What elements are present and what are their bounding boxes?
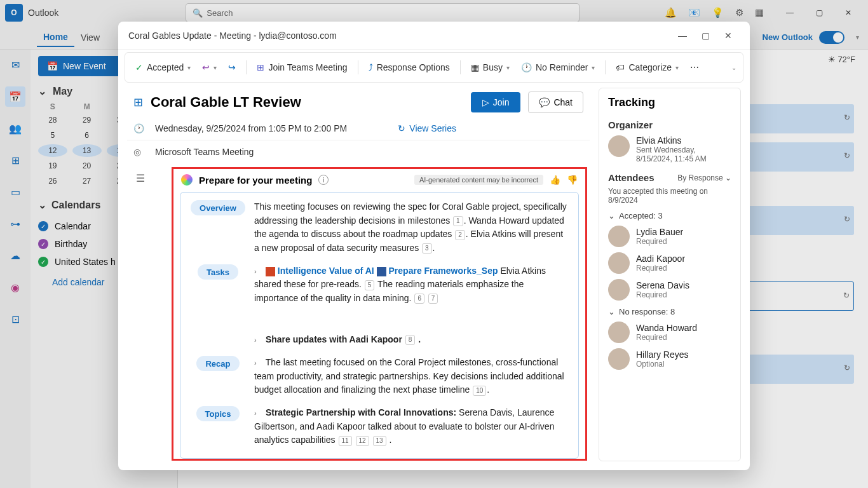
accepted-group[interactable]: ⌄ Accepted: 3	[608, 211, 731, 220]
new-outlook-toggle[interactable]	[819, 31, 844, 44]
chevron-down-icon[interactable]: ⌄	[38, 85, 46, 97]
word-icon	[377, 267, 386, 276]
maximize-button[interactable]: ▢	[804, 3, 834, 23]
chat-button[interactable]: 💬Chat	[528, 92, 583, 113]
attendee-row[interactable]: Wanda HowardRequired	[608, 322, 731, 343]
dialog-maximize[interactable]: ▢	[694, 30, 717, 41]
rail-bar: ✉ 📅 👥 ⊞ ▭ ⊶ ☁ ◉ ⊡	[0, 50, 31, 488]
bell-icon[interactable]: 🔔	[665, 7, 677, 18]
cal-day[interactable]: 12	[38, 144, 67, 157]
thumbs-up-icon[interactable]: 👍	[550, 175, 560, 185]
refresh-icon[interactable]: ↻	[843, 291, 850, 300]
search-input[interactable]: 🔍 Search	[186, 3, 580, 22]
cal-day[interactable]: 20	[72, 159, 102, 172]
lightbulb-icon[interactable]: 💡	[712, 7, 724, 18]
busy-button[interactable]: ▦Busy▾	[467, 60, 513, 75]
rail-groups-icon[interactable]: ⊞	[5, 150, 25, 170]
mail-icon[interactable]: 📧	[688, 7, 700, 18]
response-options-button[interactable]: ⤴Response Options	[365, 60, 454, 75]
more-button[interactable]: ⋯	[686, 60, 703, 75]
cal-day[interactable]: 13	[72, 144, 102, 157]
organizer-label: Organizer	[608, 119, 731, 130]
rail-people-icon[interactable]: 👥	[5, 118, 25, 139]
cal-day[interactable]: 6	[72, 129, 102, 142]
tab-home[interactable]: Home	[37, 28, 74, 47]
powerpoint-icon	[266, 267, 275, 276]
minimize-button[interactable]: —	[775, 3, 804, 23]
thumbs-down-icon[interactable]: 👎	[567, 175, 578, 185]
attendee-row[interactable]: Lydia BauerRequired	[608, 226, 731, 247]
cal-day[interactable]: 29	[72, 114, 102, 126]
view-series-link[interactable]: ↻View Series	[398, 123, 456, 133]
forward-button[interactable]: ↪	[224, 60, 240, 75]
doc-link-2[interactable]: Prepare Frameworks_Sep	[389, 266, 498, 276]
toolbar-expand-icon[interactable]: ⌄	[731, 64, 736, 71]
rail-app1-icon[interactable]: ◉	[5, 277, 25, 297]
cal-day[interactable]: 27	[72, 175, 102, 187]
avatar	[608, 135, 630, 157]
cal-day[interactable]: 5	[38, 129, 67, 142]
info-icon[interactable]: i	[318, 175, 329, 185]
reminder-button[interactable]: 🕐No Reminder▾	[517, 60, 599, 75]
check-icon: ✓	[135, 62, 143, 72]
attendee-role: Optional	[636, 360, 688, 369]
categorize-button[interactable]: 🏷Categorize▾	[612, 60, 682, 75]
join-button[interactable]: ▷Join	[471, 92, 521, 112]
organizer-sent: Sent Wednesday, 8/15/2024, 11:45 AM	[636, 146, 731, 163]
tracking-panel: Tracking Organizer Elvia Atkins Sent Wed…	[599, 88, 741, 461]
rail-calendar-icon[interactable]: 📅	[5, 86, 25, 107]
calendar-color-icon: ✓	[38, 239, 48, 249]
cal-day[interactable]: 26	[38, 175, 67, 187]
cal-day[interactable]: 19	[38, 159, 67, 172]
attendee-name: Serena Davis	[636, 280, 689, 290]
weather-widget[interactable]: ☀ 72°F	[828, 55, 855, 64]
calendar-color-icon: ✓	[38, 257, 48, 267]
rail-files-icon[interactable]: ▭	[5, 182, 25, 202]
noresponse-group[interactable]: ⌄ No response: 8	[608, 307, 731, 316]
dialog-minimize[interactable]: —	[671, 30, 694, 41]
gear-icon[interactable]: ⚙	[735, 7, 743, 18]
doc-link-1[interactable]: Intelligence Value of AI	[278, 266, 374, 276]
rail-app2-icon[interactable]: ⊡	[5, 309, 25, 329]
attendee-row[interactable]: Aadi KapoorRequired	[608, 252, 731, 274]
apps-icon[interactable]: ▦	[755, 7, 764, 18]
chevron-down-icon[interactable]: ⌄	[38, 199, 46, 211]
cal-day[interactable]: 28	[38, 114, 67, 126]
new-event-label: New Event	[63, 61, 106, 71]
attendee-row[interactable]: Serena DavisRequired	[608, 279, 731, 301]
meeting-datetime: Wednesday, 9/25/2024 from 1:05 PM to 2:0…	[155, 123, 347, 133]
attendees-label: Attendees	[608, 172, 654, 183]
outlook-app-icon: O	[5, 4, 23, 22]
dialog-close[interactable]: ✕	[717, 30, 740, 41]
rail-org-icon[interactable]: ⊶	[5, 214, 25, 234]
prepare-highlight-box: Prepare for your meeting i AI-generated …	[172, 167, 587, 461]
attendee-row[interactable]: Hillary ReyesOptional	[608, 348, 731, 370]
refresh-icon[interactable]: ↻	[844, 363, 850, 372]
refresh-icon[interactable]: ↻	[844, 113, 850, 122]
accepted-button[interactable]: ✓Accepted▾	[132, 60, 194, 75]
forward-icon: ↪	[228, 62, 236, 72]
calendar-name: Calendar	[55, 221, 91, 231]
attendee-role: Required	[636, 237, 683, 246]
topics-pill: Topics	[196, 406, 240, 421]
ribbon-chevron-icon[interactable]: ▾	[856, 34, 859, 41]
refresh-icon[interactable]: ↻	[844, 151, 850, 160]
rail-onedrive-icon[interactable]: ☁	[5, 245, 25, 266]
refresh-icon[interactable]: ↻	[844, 215, 850, 224]
attendee-name: Hillary Reyes	[636, 349, 688, 360]
meeting-toolbar: ✓Accepted▾ ↩▾ ↪ ⊞Join Teams Meeting ⤴Res…	[125, 52, 743, 83]
close-button[interactable]: ✕	[834, 3, 863, 23]
app-name: Outlook	[28, 8, 58, 18]
join-teams-button[interactable]: ⊞Join Teams Meeting	[253, 60, 351, 75]
chat-icon: 💬	[539, 97, 550, 107]
attendee-role: Required	[636, 333, 697, 342]
rail-mail-icon[interactable]: ✉	[5, 55, 25, 75]
reply-button[interactable]: ↩▾	[198, 60, 220, 75]
new-outlook-label: New Outlook	[763, 32, 813, 42]
by-response-dropdown[interactable]: By Response ⌄	[677, 173, 731, 182]
meeting-dialog: Coral Gables Update - Meeting - lydia@co…	[118, 22, 750, 470]
avatar	[608, 252, 630, 274]
overview-text: This meeting focuses on reviewing the sp…	[254, 200, 569, 255]
tab-view[interactable]: View	[74, 29, 106, 46]
avatar	[608, 348, 630, 370]
